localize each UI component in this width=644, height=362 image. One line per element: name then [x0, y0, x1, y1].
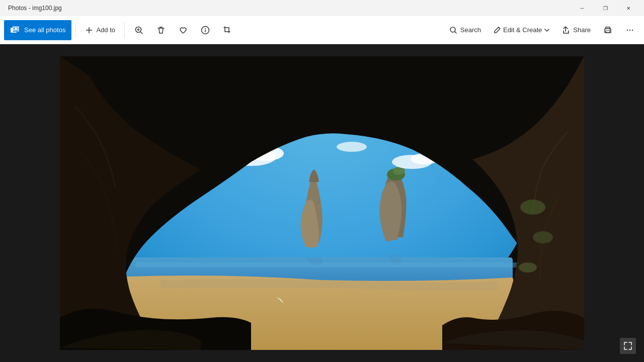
search-icon: [449, 26, 457, 34]
edit-create-label: Edit & Create: [503, 26, 542, 34]
heart-icon: [179, 26, 188, 35]
svg-point-11: [629, 29, 630, 30]
see-all-photos-label: See all photos: [24, 26, 65, 34]
close-button[interactable]: ✕: [617, 0, 640, 16]
crop-icon: [223, 26, 232, 35]
photo-image: [60, 56, 584, 350]
more-icon: [625, 26, 634, 35]
svg-point-9: [609, 29, 610, 30]
edit-icon: [493, 26, 501, 34]
zoom-in-icon: [134, 26, 143, 35]
print-button[interactable]: [598, 20, 618, 40]
svg-point-12: [632, 29, 633, 30]
print-icon: [603, 26, 612, 35]
search-button[interactable]: Search: [444, 20, 486, 40]
expand-icon: [623, 341, 632, 350]
zoom-in-button[interactable]: [129, 20, 149, 40]
svg-rect-8: [606, 31, 610, 33]
info-icon: [201, 26, 210, 35]
toolbar-divider-2: [124, 22, 125, 38]
svg-point-5: [205, 28, 206, 29]
svg-point-29: [519, 262, 537, 273]
photos-icon: [10, 25, 20, 35]
chevron-down-icon: [544, 27, 550, 33]
see-all-photos-button[interactable]: See all photos: [4, 20, 71, 40]
svg-point-10: [627, 29, 628, 30]
svg-point-24: [337, 142, 367, 152]
info-button[interactable]: [195, 20, 215, 40]
minimize-button[interactable]: ─: [571, 0, 594, 16]
crop-button[interactable]: [217, 20, 237, 40]
restore-button[interactable]: ❐: [594, 0, 617, 16]
photo-content: [0, 44, 644, 362]
svg-point-2: [14, 28, 15, 29]
search-label: Search: [460, 26, 481, 34]
window-controls: ─ ❐ ✕: [571, 0, 640, 16]
favorite-button[interactable]: [173, 20, 193, 40]
edit-create-button[interactable]: Edit & Create: [488, 20, 555, 40]
window-title: Photos - img100.jpg: [4, 5, 62, 12]
plus-icon: [85, 26, 93, 34]
add-to-button[interactable]: Add to: [80, 20, 120, 40]
add-to-label: Add to: [96, 26, 115, 34]
delete-button[interactable]: [151, 20, 171, 40]
svg-rect-16: [135, 262, 518, 267]
share-label: Share: [573, 26, 591, 34]
expand-button[interactable]: [620, 338, 636, 354]
share-button[interactable]: Share: [557, 20, 596, 40]
more-button[interactable]: [620, 20, 640, 40]
title-bar: Photos - img100.jpg ─ ❐ ✕: [0, 0, 644, 16]
toolbar-divider-1: [75, 22, 76, 38]
trash-icon: [156, 26, 166, 35]
toolbar: See all photos Add to: [0, 16, 644, 44]
share-icon: [562, 26, 570, 34]
photo-canvas: [60, 56, 584, 350]
svg-point-27: [520, 200, 545, 215]
svg-point-28: [533, 231, 553, 243]
